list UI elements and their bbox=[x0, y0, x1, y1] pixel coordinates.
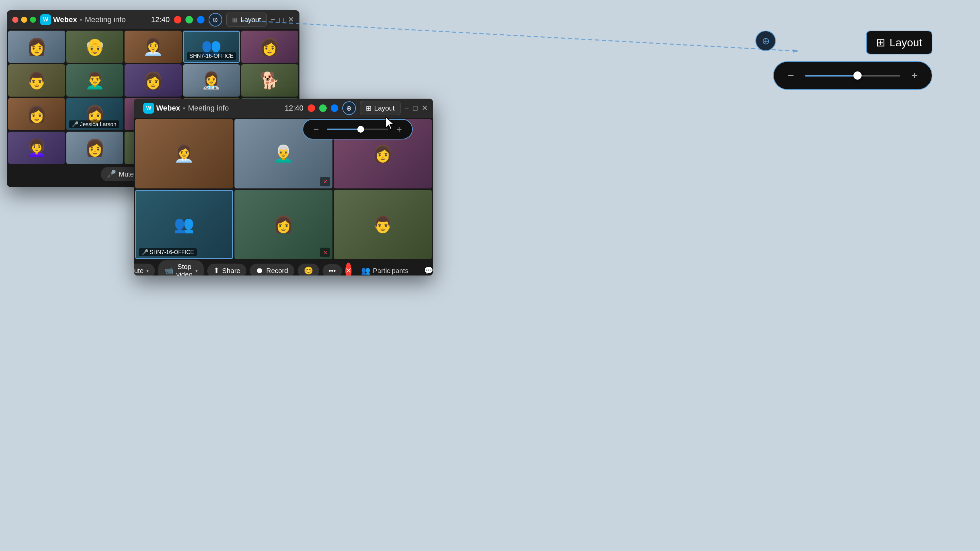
mic-icon-2: 🎤 bbox=[142, 249, 148, 256]
share-button[interactable]: ⬆ Share bbox=[207, 264, 247, 275]
video-cell-2-6: 👨 bbox=[334, 190, 432, 259]
layout-button-1[interactable]: ⊞ Layout bbox=[226, 13, 267, 27]
minimize-button-1[interactable] bbox=[21, 17, 27, 23]
video-cell-1-12: 👩 🎤 Jessica Larson bbox=[66, 98, 123, 130]
record-label: Record bbox=[266, 267, 288, 275]
more-button[interactable]: ••• bbox=[323, 264, 342, 276]
chat-button[interactable]: 💬 Chat bbox=[418, 264, 433, 275]
person-2-1: 👩‍💼 bbox=[135, 119, 233, 189]
stop-video-icon-2: 📹 bbox=[164, 266, 173, 275]
maximize-action-1[interactable]: □ bbox=[279, 15, 284, 24]
titlebar-right-2: 12:40 ⊕ ⊞ Layout − □ ✕ bbox=[285, 101, 428, 115]
zoom-thumb-2[interactable] bbox=[357, 126, 364, 133]
minimize-action-2[interactable]: − bbox=[404, 104, 409, 113]
emoji-button[interactable]: 😊 bbox=[298, 264, 319, 275]
status-dot-green-1 bbox=[185, 16, 193, 24]
person-1-17: 👩 bbox=[66, 132, 123, 164]
video-cell-1-7: 👨‍🦱 bbox=[66, 64, 123, 97]
person-1-11: 👩 bbox=[8, 98, 65, 130]
close-action-2[interactable]: ✕ bbox=[422, 104, 428, 113]
share-label: Share bbox=[222, 267, 240, 275]
participants-label: Participants bbox=[373, 267, 409, 275]
time-1: 12:40 bbox=[151, 15, 170, 24]
video-cell-1-2: 👴 bbox=[66, 30, 123, 63]
video-cell-2-1: 👩‍💼 bbox=[135, 119, 233, 189]
mute-button-2[interactable]: 🎤 Mute ▾ bbox=[134, 264, 155, 275]
zoom-plus-large[interactable]: + bbox=[907, 68, 922, 83]
video-cell-1-16: 👩‍🦱 bbox=[8, 132, 65, 164]
maximize-button-1[interactable] bbox=[30, 17, 36, 23]
zoom-thumb-large[interactable] bbox=[853, 71, 862, 79]
meeting-info-label-1: Meeting info bbox=[85, 15, 126, 24]
participants-button[interactable]: 👥 Participants bbox=[355, 264, 415, 275]
office-label-2: 🎤 SHN7-16-OFFICE bbox=[139, 248, 197, 256]
webex-logo-1: W Webex bbox=[40, 14, 77, 25]
video-cell-1-5: 👩 bbox=[241, 30, 298, 63]
minimize-action-1[interactable]: − bbox=[271, 15, 275, 24]
zoom-track-large bbox=[805, 75, 900, 76]
video-cell-2-5: 👩 ✕ bbox=[234, 190, 332, 259]
person-1-3: 👩‍💼 bbox=[124, 30, 181, 63]
titlebar-window1: W Webex • Meeting info 12:40 ⊕ ⊞ Layout … bbox=[7, 10, 299, 29]
layout-icon-2: ⊞ bbox=[366, 104, 372, 112]
meeting-info-label-2: Meeting info bbox=[188, 104, 229, 113]
zoom-track-2 bbox=[327, 129, 388, 130]
stop-video-chevron: ▾ bbox=[195, 268, 198, 273]
mute-icon-1: 🎤 bbox=[107, 170, 116, 179]
webex-name-1: Webex bbox=[53, 15, 77, 24]
time-2: 12:40 bbox=[285, 104, 304, 113]
layout-button-large[interactable]: ⊞ Layout bbox=[866, 30, 932, 54]
mouse-cursor bbox=[385, 116, 398, 129]
chat-icon: 💬 bbox=[424, 266, 433, 275]
video-cell-1-8: 👩 bbox=[124, 64, 181, 97]
person-2-6: 👨 bbox=[334, 190, 432, 259]
maximize-action-2[interactable]: □ bbox=[413, 104, 417, 113]
webex-logo-2: W Webex bbox=[143, 103, 180, 114]
zoom-icon-1: ⊕ bbox=[212, 16, 218, 24]
layout-icon-large: ⊞ bbox=[876, 36, 885, 49]
close-action-1[interactable]: ✕ bbox=[288, 15, 294, 24]
layout-label-2: Layout bbox=[374, 105, 395, 112]
video-cell-1-4-active: 👥 SHN7-16-OFFICE bbox=[183, 30, 240, 63]
more-icon: ••• bbox=[329, 267, 336, 275]
status-dot-blue-2 bbox=[331, 105, 338, 112]
zoom-circle-btn[interactable]: ⊕ bbox=[756, 30, 776, 51]
video-cell-1-6: 👨 bbox=[8, 64, 65, 97]
mute-label-1: Mute bbox=[119, 170, 134, 178]
status-dot-blue-1 bbox=[197, 16, 205, 24]
video-cell-1-11: 👩 bbox=[8, 98, 65, 130]
video-cell-1-17: 👩 bbox=[66, 132, 123, 164]
emoji-icon: 😊 bbox=[304, 266, 313, 275]
person-1-5: 👩 bbox=[241, 30, 298, 63]
person-1-9: 👩‍⚕️ bbox=[183, 64, 240, 97]
video-cell-1-9: 👩‍⚕️ bbox=[183, 64, 240, 97]
zoom-minus-2[interactable]: − bbox=[310, 123, 322, 135]
participants-icon: 👥 bbox=[361, 266, 370, 275]
mic-icon: 🎤 bbox=[72, 121, 79, 127]
webex-name-2: Webex bbox=[156, 104, 180, 113]
zoom-circle-icon: ⊕ bbox=[762, 35, 770, 47]
jessica-label: 🎤 Jessica Larson bbox=[69, 121, 119, 128]
stop-video-button-2[interactable]: 📹 Stop video ▾ bbox=[158, 260, 204, 275]
end-call-button[interactable]: ✕ bbox=[345, 263, 352, 275]
webex-icon-1: W bbox=[40, 14, 51, 25]
video-cell-1-10: 🐕 bbox=[241, 64, 298, 97]
cell-mic-off-3: ✕ bbox=[320, 248, 330, 257]
zoom-popup-large: − + bbox=[773, 61, 932, 90]
titlebar-right-1: 12:40 ⊕ ⊞ Layout − □ ✕ bbox=[151, 13, 294, 27]
video-cell-1-1: 👩 bbox=[8, 30, 65, 63]
separator-2: • bbox=[183, 105, 185, 112]
mute-chevron-2: ▾ bbox=[146, 268, 149, 273]
close-button-1[interactable] bbox=[12, 17, 18, 23]
window-controls-1 bbox=[12, 17, 36, 23]
person-1-8: 👩 bbox=[124, 64, 181, 97]
layout-button-2[interactable]: ⊞ Layout bbox=[360, 101, 401, 115]
zoom-circle-large[interactable]: ⊕ bbox=[756, 30, 776, 51]
zoom-fill-large bbox=[805, 75, 858, 76]
zoom-fill-2 bbox=[327, 129, 361, 130]
record-button[interactable]: ⏺ Record bbox=[250, 264, 294, 275]
zoom-button-2[interactable]: ⊕ bbox=[342, 102, 356, 115]
zoom-button-1[interactable]: ⊕ bbox=[208, 13, 222, 27]
zoom-minus-large[interactable]: − bbox=[783, 68, 798, 83]
person-1-10: 🐕 bbox=[241, 64, 298, 97]
